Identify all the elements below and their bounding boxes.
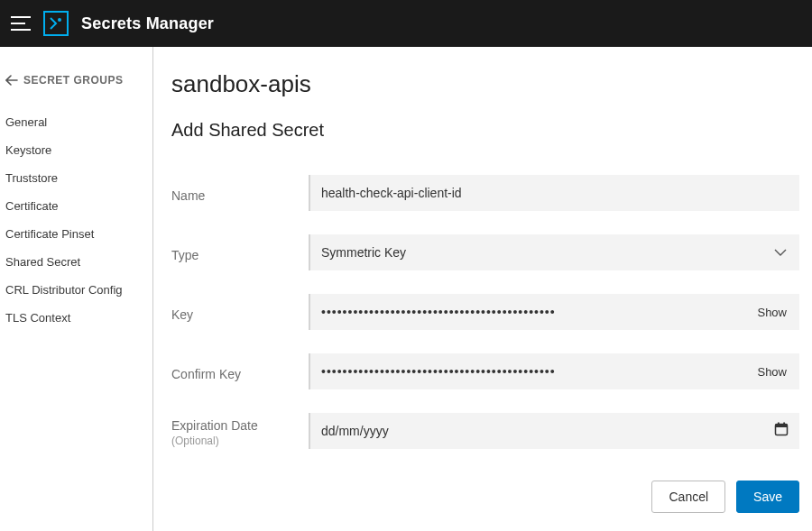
row-name: Name [171,175,799,211]
confirm-key-show-button[interactable]: Show [755,362,789,382]
top-bar: Secrets Manager [0,0,812,47]
type-select[interactable] [309,234,799,270]
sidebar-item-crl-distributor[interactable]: CRL Distributor Config [5,276,152,304]
label-type: Type [171,243,309,262]
main-content: sandbox-apis Add Shared Secret Name Type… [153,47,812,531]
sidebar-item-certificate-pinset[interactable]: Certificate Pinset [5,220,152,248]
page-subtitle: Add Shared Secret [171,120,799,141]
sidebar-item-certificate[interactable]: Certificate [5,192,152,220]
svg-rect-5 [776,425,788,428]
sidebar-item-general[interactable]: General [5,108,152,136]
svg-point-3 [58,18,61,22]
expiration-date-input[interactable] [309,413,799,449]
page-title: sandbox-apis [171,70,799,98]
label-expiration: Expiration Date (Optional) [171,413,309,447]
calendar-icon[interactable] [774,422,789,440]
key-input[interactable] [309,294,799,330]
save-button[interactable]: Save [736,481,799,513]
label-expiration-text: Expiration Date [171,418,258,433]
row-expiration: Expiration Date (Optional) [171,413,799,449]
sidebar-item-keystore[interactable]: Keystore [5,136,152,164]
row-type: Type [171,234,799,270]
row-confirm-key: Confirm Key Show [171,353,799,389]
sidebar: SECRET GROUPS General Keystore Truststor… [0,47,153,531]
label-key: Key [171,302,309,322]
sidebar-item-tls-context[interactable]: TLS Context [5,304,152,332]
svg-rect-7 [783,423,785,426]
svg-rect-6 [778,423,780,426]
label-name: Name [171,183,309,203]
key-show-button[interactable]: Show [755,302,789,323]
label-expiration-hint: (Optional) [171,435,309,447]
sidebar-item-truststore[interactable]: Truststore [5,164,152,192]
confirm-key-input[interactable] [309,353,799,389]
back-link-label: SECRET GROUPS [23,74,124,87]
button-row: Cancel Save [651,481,799,513]
back-secret-groups-link[interactable]: SECRET GROUPS [5,74,152,87]
name-input[interactable] [309,175,799,211]
arrow-left-icon [5,75,18,86]
sidebar-item-shared-secret[interactable]: Shared Secret [5,248,152,276]
app-title: Secrets Manager [81,14,214,33]
row-key: Key Show [171,294,799,330]
brand-icon [43,11,69,36]
menu-icon[interactable] [7,10,34,37]
label-confirm-key: Confirm Key [171,362,309,381]
cancel-button[interactable]: Cancel [651,481,725,513]
